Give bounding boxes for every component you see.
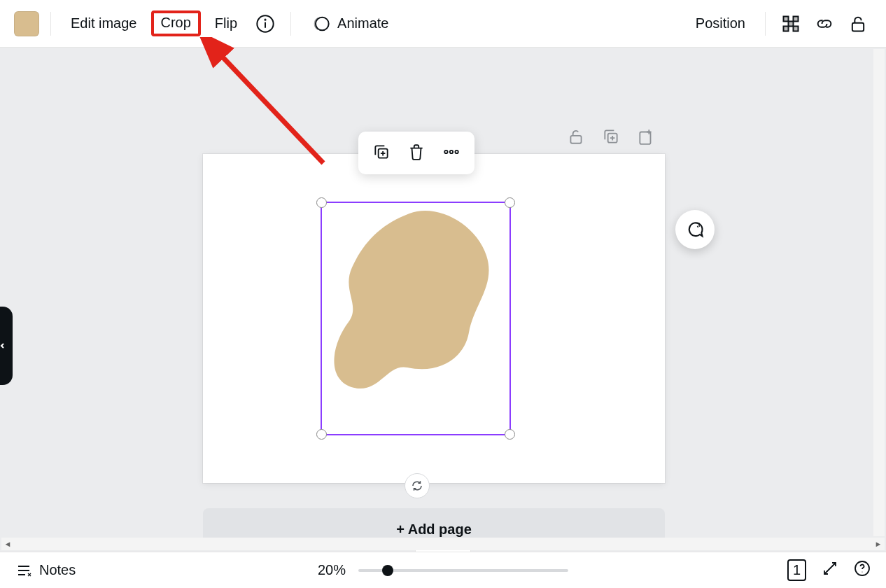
notes-button[interactable]: Notes <box>15 562 76 579</box>
duplicate-button[interactable] <box>365 136 398 170</box>
horizontal-scrollbar[interactable]: ◄ ► <box>1 538 885 550</box>
design-page[interactable] <box>203 154 665 483</box>
resize-handle-bl[interactable] <box>316 429 327 440</box>
sync-icon <box>411 479 423 492</box>
fullscreen-button[interactable] <box>822 560 838 580</box>
flip-button[interactable]: Flip <box>206 10 246 37</box>
fullscreen-icon <box>822 560 838 577</box>
duplicate-page-button[interactable] <box>602 127 620 148</box>
blob-shape[interactable] <box>329 203 504 413</box>
svg-rect-5 <box>794 16 799 21</box>
svg-rect-6 <box>789 21 794 26</box>
notes-label: Notes <box>39 562 76 578</box>
trash-icon <box>407 143 426 161</box>
zoom-value[interactable]: 20% <box>318 562 346 578</box>
svg-text:+: + <box>698 220 702 229</box>
link-icon <box>815 14 834 34</box>
selection-context-bar <box>358 132 474 174</box>
zoom-slider-thumb[interactable] <box>382 565 393 576</box>
scroll-right-icon: ► <box>872 538 885 550</box>
page-controls <box>567 127 655 148</box>
resize-handle-br[interactable] <box>505 429 515 440</box>
copy-page-icon <box>602 127 620 146</box>
duplicate-icon <box>372 143 391 161</box>
lock-icon <box>848 14 868 34</box>
svg-rect-8 <box>794 26 799 31</box>
delete-button[interactable] <box>400 136 433 170</box>
fill-color-chip[interactable] <box>14 11 39 36</box>
edit-image-button[interactable]: Edit image <box>62 10 146 37</box>
selection-box[interactable] <box>321 202 511 435</box>
lock-page-button[interactable] <box>567 127 585 148</box>
add-page-button[interactable] <box>637 127 655 148</box>
comment-fab[interactable]: + <box>675 210 715 249</box>
help-icon <box>854 560 871 577</box>
editor-toolbar: Edit image Crop Flip Animate Position <box>0 0 886 48</box>
help-button[interactable] <box>854 560 871 580</box>
comment-icon: + <box>685 220 705 239</box>
svg-point-2 <box>265 19 266 20</box>
sidepanel-expand-handle[interactable] <box>0 307 13 385</box>
more-button[interactable] <box>435 136 467 170</box>
zoom-controls: 20% <box>318 562 568 578</box>
page-count-button[interactable]: 1 <box>787 559 806 581</box>
animate-label: Animate <box>337 15 388 31</box>
svg-point-13 <box>450 150 453 153</box>
info-icon <box>255 14 275 34</box>
transparency-button[interactable] <box>777 10 805 38</box>
zoom-slider[interactable] <box>358 569 568 572</box>
svg-rect-7 <box>784 26 789 31</box>
svg-rect-9 <box>852 22 864 31</box>
svg-point-20 <box>862 571 862 572</box>
vertical-scrollbar[interactable] <box>873 49 885 536</box>
svg-rect-4 <box>784 16 789 21</box>
svg-point-14 <box>455 150 458 153</box>
position-button[interactable]: Position <box>687 10 754 37</box>
info-button[interactable] <box>251 10 279 38</box>
link-button[interactable] <box>810 10 838 38</box>
chevron-left-icon <box>0 342 6 349</box>
crop-button[interactable]: Crop <box>151 10 201 36</box>
add-page-icon <box>637 127 655 146</box>
toolbar-divider <box>290 12 291 36</box>
autoplay-toggle[interactable] <box>405 473 430 498</box>
canvas-workspace: + + Add page ◄ ► <box>0 48 886 552</box>
animate-icon <box>311 14 330 34</box>
svg-point-3 <box>316 17 329 30</box>
toolbar-divider <box>765 12 766 36</box>
status-bar: Notes 20% 1 <box>0 552 886 588</box>
svg-point-12 <box>444 150 447 153</box>
unlock-icon <box>567 127 585 146</box>
animate-button[interactable]: Animate <box>302 8 397 39</box>
notes-icon <box>15 562 32 579</box>
more-icon <box>442 143 460 161</box>
resize-handle-tl[interactable] <box>316 197 327 208</box>
svg-rect-15 <box>570 136 581 144</box>
transparency-icon <box>781 14 801 34</box>
toolbar-divider <box>50 12 51 36</box>
lock-button[interactable] <box>844 10 872 38</box>
scroll-left-icon: ◄ <box>1 538 14 550</box>
page-number: 1 <box>793 562 801 578</box>
resize-handle-tr[interactable] <box>505 197 515 208</box>
